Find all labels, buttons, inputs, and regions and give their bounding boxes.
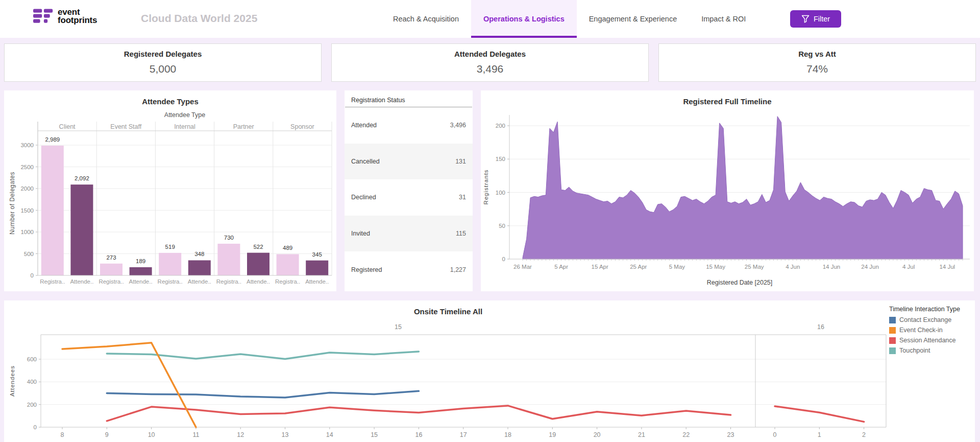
svg-text:2500: 2500 [20,164,34,170]
legend-label: Contact Exchange [899,316,951,323]
svg-text:15 May: 15 May [706,264,725,270]
svg-text:0: 0 [502,256,505,262]
svg-text:Registrants: Registrants [483,169,489,204]
svg-text:24 Jun: 24 Jun [861,264,879,270]
legend-swatch [889,327,896,334]
bottom-row: Onsite Timeline All 02004006001589101112… [4,300,976,442]
kpi-value: 3,496 [332,63,648,75]
svg-text:15: 15 [371,431,378,438]
svg-text:Attende..: Attende.. [70,278,93,285]
svg-text:21: 21 [638,431,645,438]
legend: Timeline Interaction TypeContact Exchang… [889,306,970,356]
svg-text:14: 14 [326,431,333,438]
svg-text:189: 189 [136,258,145,264]
status-value: 1,227 [450,266,466,273]
legend-item[interactable]: Contact Exchange [889,315,970,325]
svg-text:345: 345 [312,251,322,258]
svg-text:4 Jun: 4 Jun [786,264,800,270]
tab-operations-logistics[interactable]: Operations & Logistics [471,0,577,38]
status-row: Attended3,496 [345,107,473,144]
svg-text:12: 12 [237,431,244,438]
legend-item[interactable]: Session Attendance [889,335,970,345]
tab-bar: Reach & AcquisitionOperations & Logistic… [381,0,758,38]
svg-text:150: 150 [496,156,505,162]
svg-text:Registra..: Registra.. [275,278,300,285]
tab-reach-acquisition[interactable]: Reach & Acquisition [381,0,471,38]
svg-text:16: 16 [817,323,824,331]
attendee-types-bar-chart[interactable]: Attendee Type050010001500200025003000Cli… [4,109,336,291]
status-label: Invited [351,230,370,237]
registered-timeline-area-chart[interactable]: 05010015020026 Mar5 Apr15 Apr25 Apr5 May… [481,109,974,291]
svg-text:3000: 3000 [20,142,34,148]
status-row: Cancelled131 [345,144,473,180]
status-value: 3,496 [450,122,466,129]
svg-text:2,092: 2,092 [75,175,89,181]
registered-timeline-card: Registered Full Timeline 05010015020026 … [481,90,974,291]
svg-text:14 Jul: 14 Jul [939,264,955,270]
legend-item[interactable]: Event Check-in [889,325,970,335]
legend-swatch [889,347,896,354]
svg-text:200: 200 [496,123,505,129]
svg-text:Attende..: Attende.. [305,278,329,285]
svg-text:22: 22 [682,431,690,438]
tab-engagement-experience[interactable]: Engagement & Experience [577,0,690,38]
svg-text:Attendee Type: Attendee Type [164,111,205,119]
svg-text:5 May: 5 May [669,264,685,270]
svg-text:200: 200 [27,402,37,408]
svg-text:Registra..: Registra.. [99,278,124,285]
series-contact-exchange [107,391,419,398]
svg-text:25 May: 25 May [745,264,764,270]
svg-text:11: 11 [192,431,199,438]
svg-text:19: 19 [549,431,556,438]
svg-text:15 Apr: 15 Apr [592,264,608,270]
registration-status-table: Attended3,496Cancelled131Declined31Invit… [345,107,473,288]
svg-text:26 Mar: 26 Mar [513,264,532,270]
svg-text:Registra..: Registra.. [216,278,241,285]
status-value: 131 [455,158,466,165]
brand-logo: event footprints [33,8,97,25]
status-label: Declined [351,194,376,201]
kpi-title: Reg vs Att [659,50,975,58]
onsite-timeline-line-chart[interactable]: 0200400600158910111213141516171819202122… [4,319,892,442]
svg-text:1: 1 [818,431,821,438]
svg-text:730: 730 [224,235,234,241]
series-touchpoint [107,352,419,359]
svg-text:4 Jul: 4 Jul [902,264,915,270]
filter-icon [801,15,810,23]
svg-text:Client: Client [59,123,76,130]
svg-text:23: 23 [727,431,734,438]
legend-label: Touchpoint [899,347,930,354]
attendee-types-card: Attendee Types Attendee Type050010001500… [4,90,336,291]
svg-text:1500: 1500 [20,207,34,214]
svg-text:2: 2 [862,431,866,438]
svg-text:16: 16 [415,431,422,438]
attendee-types-title: Attendee Types [4,90,336,109]
status-label: Registered [351,266,382,273]
filter-button[interactable]: Filter [790,10,841,28]
registered-timeline-title: Registered Full Timeline [481,90,974,109]
svg-text:5 Apr: 5 Apr [554,264,568,270]
svg-text:25 Apr: 25 Apr [630,264,647,270]
svg-text:273: 273 [106,254,116,261]
svg-text:Registered Date [2025]: Registered Date [2025] [707,279,773,286]
status-row: Invited115 [345,216,473,252]
kpi-title: Attended Delegates [332,50,648,58]
svg-text:50: 50 [499,223,505,229]
svg-text:10: 10 [148,431,155,438]
svg-text:Attendees: Attendees [9,365,15,397]
middle-row: Attendee Types Attendee Type050010001500… [4,90,976,291]
svg-text:2,989: 2,989 [45,136,60,143]
legend-title: Timeline Interaction Type [889,306,970,313]
svg-text:Registra..: Registra.. [158,278,183,285]
svg-text:0: 0 [34,424,37,430]
svg-text:0: 0 [773,431,777,438]
kpi-value: 74% [659,63,975,75]
svg-text:Attende..: Attende.. [247,278,270,285]
tab-impact-roi[interactable]: Impact & ROI [689,0,758,38]
svg-text:489: 489 [283,245,292,251]
legend-label: Session Attendance [899,337,956,344]
legend-swatch [889,317,896,323]
legend-item[interactable]: Touchpoint [889,345,970,356]
svg-text:8: 8 [61,431,64,438]
svg-text:14 Jun: 14 Jun [823,264,841,270]
